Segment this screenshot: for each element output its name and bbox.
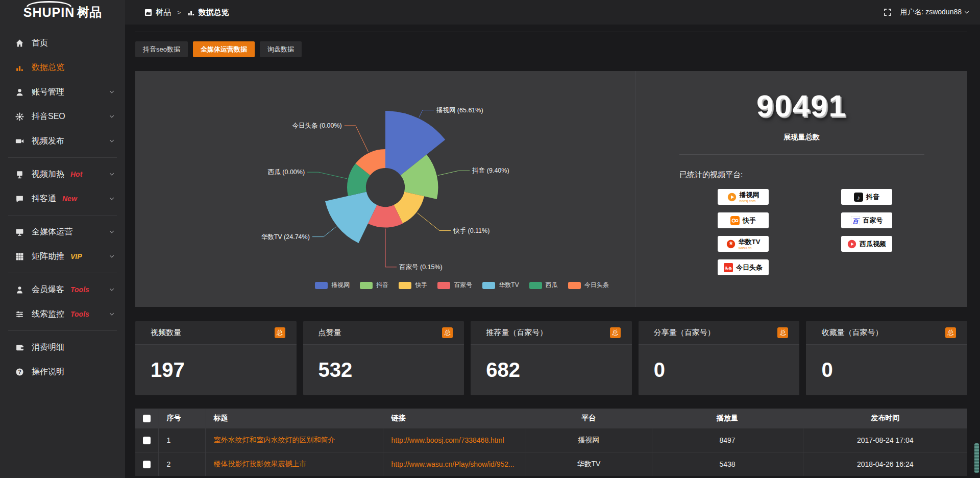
nightingale-pie-chart: 播视网 (65.61%)抖音 (9.40%)快手 (0.11%)百家号 (0.1… [135,71,635,307]
legend-label: 今日头条 [584,281,609,290]
stat-card-body: 0 [806,345,967,395]
pie-label: 西瓜 (0.00%) [268,169,305,176]
sidebar-item-label: 视频发布 [32,136,64,147]
legend-item-4[interactable]: 百家号 [437,281,472,290]
stat-card-header: 收藏量（百家号）总 [806,321,967,345]
sidebar-item-user[interactable]: 账号管理 [0,80,125,104]
heat-icon [15,170,24,179]
legend-swatch [529,282,542,289]
stat-card: 分享量（百家号）总0 [639,321,800,395]
video-title-link[interactable]: 楼体投影灯投影效果震撼上市 [214,460,383,469]
legend-swatch [399,282,411,289]
sidebar-item-label: 视频加热 [32,169,64,180]
tab-2[interactable]: 全媒体运营数据 [193,41,255,57]
pie-label-line [438,171,470,175]
sidebar-item-gear[interactable]: 抖音SEO [0,104,125,129]
sidebar-item-label: 抖客通 [32,194,56,204]
select-all-checkbox[interactable] [143,415,151,422]
toutiao-logo: 头条 [724,263,733,272]
sidebar-item-person[interactable]: 会员爆客Tools [0,277,125,302]
stat-card: 点赞量总532 [303,321,464,395]
platform-name: 快手 [743,217,756,224]
sliders-icon [15,310,24,319]
user-menu[interactable]: 用户名: zswodun88 [884,8,970,17]
sidebar-item-chart[interactable]: 数据总览 [0,55,125,80]
stat-card: 推荐量（百家号）总682 [471,321,632,395]
row-published: 2017-08-24 17:04 [803,428,967,452]
legend-item-1[interactable]: 播视网 [315,281,350,290]
legend-item-2[interactable]: 抖音 [360,281,388,290]
total-badge: 总 [777,327,788,338]
logo-arc [27,1,71,7]
sidebar-item-video[interactable]: 视频发布 [0,129,125,153]
svg-text:?: ? [18,369,21,374]
pie-label-line [419,110,434,117]
stat-card-value: 197 [151,358,185,381]
legend-item-5[interactable]: 华数TV [482,281,519,290]
chevron-down-icon [109,311,115,317]
sidebar-item-question[interactable]: ?操作说明 [0,360,125,384]
video-url-link[interactable]: http://www.wasu.cn/Play/show/id/952... [391,460,526,468]
tab-3[interactable]: 询盘数据 [260,41,302,57]
pie-label-line [418,213,451,231]
sidebar-item-home[interactable]: 首页 [0,31,125,55]
pie-label: 百家号 (0.15%) [399,264,443,271]
pie-chart-area: 播视网 (65.61%)抖音 (9.40%)快手 (0.11%)百家号 (0.1… [135,71,635,307]
row-index: 2 [158,452,205,476]
home-icon [15,39,24,47]
platform-name: 抖音 [866,194,879,200]
legend-swatch [568,282,581,289]
pie-label: 华数TV (24.74%) [261,233,310,241]
sidebar-item-label: 消费明细 [32,342,64,353]
top-bar: SHUPIN 树品 树品 > 数据总览 用户名: zswodun88 [0,0,980,25]
column-header: 平台 [526,409,652,428]
wasu-logo: * [726,240,736,249]
pie-label: 快手 (0.11%) [453,227,489,234]
sidebar-item-grid[interactable]: 矩阵助推VIP [0,244,125,269]
sidebar-divider [8,215,117,216]
stat-card: 收藏量（百家号）总0 [806,321,967,395]
legend-swatch [360,282,373,289]
stat-card-body: 532 [303,345,464,395]
legend-item-3[interactable]: 快手 [399,281,427,290]
video-title-link[interactable]: 室外水纹灯和室内水纹灯的区别和简介 [214,436,383,445]
legend-item-7[interactable]: 今日头条 [568,281,609,290]
breadcrumb-current: 数据总览 [199,8,229,17]
fullscreen-icon[interactable] [884,8,892,16]
total-badge: 总 [945,327,956,338]
scrollbar-thumb[interactable] [974,443,979,473]
row-checkbox[interactable] [143,461,151,468]
legend-label: 快手 [415,281,427,290]
column-header: 播放量 [652,409,803,428]
stat-card-header: 分享量（百家号）总 [639,321,800,345]
platform-badge-baijiahao: 百百家号 [841,212,892,228]
sidebar-item-sliders[interactable]: 线索监控Tools [0,302,125,326]
row-checkbox[interactable] [143,437,151,444]
chevron-down-icon [109,138,115,144]
breadcrumb-root[interactable]: 树品 [156,8,171,17]
total-impressions-value: 90491 [636,88,967,124]
platform-name: 西瓜视频 [860,241,886,247]
video-url-link[interactable]: http://www.boosj.com/7338468.html [391,436,526,444]
platform-badge-wasu: *华数TVwasu.cn [718,236,769,252]
chevron-down-icon [109,253,115,259]
sidebar-item-label: 全媒体运营 [32,227,72,237]
logo-text: SHUPIN [23,5,75,20]
user-icon [15,88,24,97]
platform-badge-boosj: 播视网boosj.com [718,189,769,205]
platform-badge-text: 华数TVwasu.cn [739,238,761,250]
legend-item-6[interactable]: 西瓜 [529,281,558,290]
sidebar-item-comment[interactable]: 抖客通New [0,186,125,211]
sidebar-item-label: 线索监控 [32,309,64,320]
gear-icon [15,112,24,121]
sidebar-item-monitor[interactable]: 全媒体运营 [0,220,125,244]
pie-slice-5[interactable] [325,192,377,243]
total-impressions-label: 展现量总数 [636,133,967,142]
chart-icon [15,63,24,72]
tab-1[interactable]: 抖音seo数据 [135,41,188,57]
xigua-logo [847,240,856,249]
total-badge: 总 [442,327,453,338]
kuaishou-logo [730,216,740,225]
sidebar-item-wallet[interactable]: 消费明细 [0,335,125,360]
sidebar-item-heat[interactable]: 视频加热Hot [0,162,125,186]
